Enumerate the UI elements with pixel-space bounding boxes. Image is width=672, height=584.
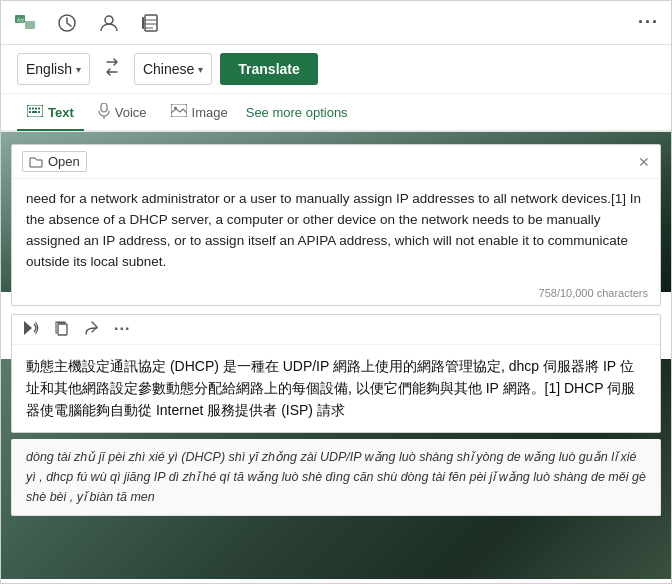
output-section: ··· 動態主機設定通訊協定 (DHCP) 是一種在 UDP/IP 網路上使用的… bbox=[1, 314, 671, 579]
history-icon[interactable] bbox=[55, 11, 79, 35]
see-more-options-link[interactable]: See more options bbox=[246, 105, 348, 120]
svg-text:A文: A文 bbox=[17, 17, 25, 23]
app-container: A文 bbox=[0, 0, 672, 584]
tab-voice[interactable]: Voice bbox=[88, 95, 157, 131]
svg-rect-15 bbox=[29, 111, 31, 113]
tab-text[interactable]: Text bbox=[17, 95, 84, 131]
profile-icon[interactable] bbox=[97, 11, 121, 35]
toolbar: A文 bbox=[1, 1, 671, 45]
svg-rect-18 bbox=[101, 103, 107, 112]
mode-tabs: Text Voice Image See more opt bbox=[1, 94, 671, 132]
source-language-label: English bbox=[26, 61, 72, 77]
svg-rect-23 bbox=[58, 324, 67, 335]
swap-languages-button[interactable] bbox=[98, 58, 126, 80]
svg-rect-11 bbox=[29, 107, 31, 109]
target-lang-chevron-icon: ▾ bbox=[198, 64, 203, 75]
input-panel: Open ✕ need for a network administrator … bbox=[11, 144, 661, 306]
language-bar: English ▾ Chinese ▾ Translate bbox=[1, 45, 671, 94]
svg-rect-16 bbox=[32, 111, 37, 113]
image-icon bbox=[171, 104, 187, 120]
romanization-text: dòng tài zhǔ jī pèi zhì xié yì (DHCP) sh… bbox=[12, 439, 660, 515]
tab-voice-label: Voice bbox=[115, 105, 147, 120]
source-language-select[interactable]: English ▾ bbox=[17, 53, 90, 85]
notebook-icon[interactable] bbox=[139, 11, 163, 35]
svg-rect-12 bbox=[32, 107, 34, 109]
character-count: 758/10,000 characters bbox=[12, 283, 660, 305]
output-more-icon[interactable]: ··· bbox=[114, 320, 130, 338]
content-area: Open ✕ need for a network administrator … bbox=[1, 132, 671, 579]
svg-point-4 bbox=[105, 16, 113, 24]
svg-rect-17 bbox=[38, 111, 40, 113]
source-lang-chevron-icon: ▾ bbox=[76, 64, 81, 75]
romanization-panel: dòng tài zhǔ jī pèi zhì xié yì (DHCP) sh… bbox=[11, 439, 661, 516]
translate-brand-icon[interactable]: A文 bbox=[13, 11, 37, 35]
target-language-select[interactable]: Chinese ▾ bbox=[134, 53, 212, 85]
svg-rect-1 bbox=[25, 21, 35, 29]
svg-rect-5 bbox=[145, 15, 157, 31]
toolbar-left: A文 bbox=[13, 11, 163, 35]
chinese-translation-text: 動態主機設定通訊協定 (DHCP) 是一種在 UDP/IP 網路上使用的網路管理… bbox=[12, 345, 660, 432]
close-input-button[interactable]: ✕ bbox=[638, 155, 650, 169]
output-chinese-panel: ··· 動態主機設定通訊協定 (DHCP) 是一種在 UDP/IP 網路上使用的… bbox=[11, 314, 661, 433]
open-file-button[interactable]: Open bbox=[22, 151, 87, 172]
target-language-label: Chinese bbox=[143, 61, 194, 77]
tab-text-label: Text bbox=[48, 105, 74, 120]
svg-rect-14 bbox=[38, 107, 40, 109]
output-toolbar: ··· bbox=[12, 315, 660, 345]
open-button-label: Open bbox=[48, 154, 80, 169]
keyboard-icon bbox=[27, 105, 43, 120]
content-wrapper: Open ✕ need for a network administrator … bbox=[1, 132, 671, 583]
svg-rect-13 bbox=[35, 107, 37, 109]
svg-marker-22 bbox=[24, 321, 32, 335]
tab-image[interactable]: Image bbox=[161, 95, 238, 131]
audio-play-icon[interactable] bbox=[22, 320, 40, 339]
more-options-button[interactable]: ··· bbox=[638, 12, 659, 33]
share-icon[interactable] bbox=[84, 320, 100, 339]
tab-image-label: Image bbox=[192, 105, 228, 120]
input-panel-header: Open ✕ bbox=[12, 145, 660, 179]
folder-icon bbox=[29, 155, 43, 169]
copy-icon[interactable] bbox=[54, 320, 70, 339]
translate-button[interactable]: Translate bbox=[220, 53, 317, 85]
microphone-icon bbox=[98, 103, 110, 122]
input-text-content[interactable]: need for a network administrator or a us… bbox=[12, 179, 660, 283]
